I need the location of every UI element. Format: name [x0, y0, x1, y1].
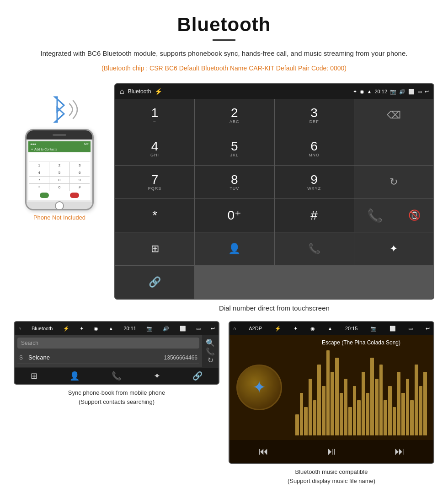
music-back-icon: ↩: [426, 326, 430, 332]
dial-key-5[interactable]: 5 JKL: [195, 132, 274, 165]
phone-home-button: [55, 201, 64, 210]
phonebook-panel: ⌂ Bluetooth ⚡ ✦ ◉ ▲ 20:11 📷 🔊 ⬜ ▭ ↩ Sear…: [14, 321, 219, 485]
phone-screen: ●●●M> +Add to Contacts 1 2 3 4 5 6 7: [27, 140, 92, 202]
music-info: Escape (The Pina Colada Song): [289, 335, 433, 440]
status-left: ⌂ Bluetooth ⚡: [120, 87, 162, 96]
pb-refresh-icon[interactable]: ↻: [208, 356, 213, 365]
visualizer-bar: [340, 393, 343, 435]
visualizer-bar: [410, 400, 414, 436]
stop-icon: ⬜: [408, 89, 415, 95]
phone-key-2: 2: [49, 162, 69, 169]
dial-key-8[interactable]: 8 TUV: [195, 166, 274, 199]
nav-grid-icon[interactable]: ⊞: [115, 232, 194, 265]
music-controls: ⏮ ⏯ ⏭: [229, 440, 433, 463]
phone-add-contact-bar: +Add to Contacts: [28, 146, 91, 152]
music-stop-icon: ⬜: [389, 326, 396, 332]
album-circle: ✦: [236, 365, 282, 410]
music-song-title: Escape (The Pina Colada Song): [293, 339, 429, 346]
dial-key-3[interactable]: 3 DEF: [275, 99, 354, 132]
phone-status-bar: ●●●M>: [28, 141, 91, 146]
dial-key-0[interactable]: 0⁺: [195, 199, 274, 232]
dial-key-9[interactable]: 9 WXYZ: [275, 166, 354, 199]
music-title: A2DP: [249, 326, 262, 331]
pb-nav-grid-icon[interactable]: ⊞: [31, 371, 37, 381]
visualizer-bar: [393, 407, 396, 435]
phone-key-1: 1: [29, 162, 49, 169]
dial-num-7: 7: [151, 173, 159, 186]
nav-contacts-icon[interactable]: 👤: [195, 232, 274, 265]
music-cam-icon: 📷: [370, 326, 377, 332]
dial-key-star[interactable]: *: [115, 199, 194, 232]
phone-key-4: 4: [29, 169, 49, 176]
visualizer-bar: [300, 393, 304, 435]
prev-track-icon[interactable]: ⏮: [258, 445, 268, 457]
phonebook-screen: ⌂ Bluetooth ⚡ ✦ ◉ ▲ 20:11 📷 🔊 ⬜ ▭ ↩ Sear…: [14, 321, 219, 385]
pb-nav-phone-icon[interactable]: 📞: [112, 371, 122, 381]
back-icon: ↩: [425, 89, 429, 95]
dial-num-2: 2: [231, 107, 238, 119]
music-bt-icon: ✦: [293, 326, 298, 332]
nav-link-icon[interactable]: 🔗: [115, 266, 194, 299]
dial-cell-refresh[interactable]: ↻: [354, 166, 433, 199]
pb-nav-user-icon[interactable]: 👤: [69, 371, 80, 381]
next-track-icon[interactable]: ⏭: [395, 445, 405, 457]
dial-key-4[interactable]: 4 GHI: [115, 132, 194, 165]
phone-key-3: 3: [70, 162, 90, 169]
dial-cell-backspace[interactable]: ⌫: [354, 99, 433, 132]
phone-end-button: [70, 193, 79, 198]
dial-num-1: 1: [151, 107, 159, 119]
pb-cam-icon: 📷: [146, 326, 153, 332]
end-button-icon[interactable]: 📵: [408, 209, 421, 221]
dial-key-6[interactable]: 6 MNO: [275, 132, 354, 165]
dial-key-1[interactable]: 1 ∽: [115, 99, 194, 132]
phone-key-7: 7: [29, 177, 49, 183]
pb-contacts-list: Search S Seicane 13566664466: [15, 335, 202, 368]
play-pause-icon[interactable]: ⏯: [326, 445, 336, 457]
pb-title: Bluetooth: [32, 326, 53, 331]
dial-sub-5: JKL: [230, 153, 239, 157]
visualizer-bar: [322, 386, 325, 436]
dial-num-8: 8: [231, 173, 238, 186]
nav-bt-icon[interactable]: ✦: [354, 232, 433, 265]
dial-key-2[interactable]: 2 ABC: [195, 99, 274, 132]
dial-key-hash[interactable]: #: [275, 199, 354, 232]
dial-key-7[interactable]: 7 PQRS: [115, 166, 194, 199]
visualizer-bar: [362, 372, 365, 436]
music-loc-icon: ◉: [310, 326, 315, 332]
visualizer-bar: [331, 372, 334, 436]
dial-num-0: 0⁺: [228, 209, 242, 222]
dial-sub-9: WXYZ: [307, 186, 321, 191]
usb-icon: ⚡: [155, 88, 162, 95]
dial-num-9: 9: [310, 173, 318, 186]
pb-bt-icon: ✦: [80, 326, 84, 332]
dial-sub-3: DEF: [309, 119, 319, 124]
dial-sub-6: MNO: [309, 153, 320, 157]
call-button-icon[interactable]: 📞: [367, 208, 383, 223]
dial-num-5: 5: [231, 140, 238, 153]
pb-contact-name: Seicane: [28, 354, 164, 361]
visualizer-bar: [375, 379, 379, 435]
nav-phone-icon[interactable]: 📞: [275, 232, 354, 265]
phone-key-0: 0: [49, 184, 69, 191]
pb-stop-icon: ⬜: [180, 326, 186, 332]
dialpad-grid: 1 ∽ 2 ABC 3 DEF ⌫ 4 GHI: [115, 99, 433, 299]
home-icon: ⌂: [120, 87, 124, 96]
pb-nav-link-icon[interactable]: 🔗: [192, 371, 203, 381]
phone-dialpad: 1 2 3 4 5 6 7 8 9 * 0 #: [28, 152, 91, 200]
dial-caption: Dial number direct from touchscreen: [114, 304, 434, 312]
pb-call-icon[interactable]: 📞: [206, 347, 215, 356]
svg-line-3: [55, 114, 64, 122]
title-divider: [213, 39, 235, 41]
pb-search-box[interactable]: Search: [17, 338, 199, 349]
pb-search-icon[interactable]: 🔍: [206, 338, 215, 347]
music-screen: ⌂ A2DP ⚡ ✦ ◉ ▲ 20:15 📷 ⬜ ▭ ↩ ✦: [229, 321, 434, 464]
album-bluetooth-icon: ✦: [252, 378, 266, 397]
visualizer-bar: [304, 407, 308, 435]
pb-contact-row: S Seicane 13566664466: [17, 351, 199, 364]
music-home-icon: ⌂: [233, 326, 236, 331]
visualizer-bar: [415, 365, 418, 435]
dial-num-3: 3: [310, 107, 318, 119]
pb-nav-bt-icon[interactable]: ✦: [154, 371, 160, 381]
window-icon: ▭: [417, 89, 422, 95]
time-display: 20:12: [374, 89, 387, 94]
